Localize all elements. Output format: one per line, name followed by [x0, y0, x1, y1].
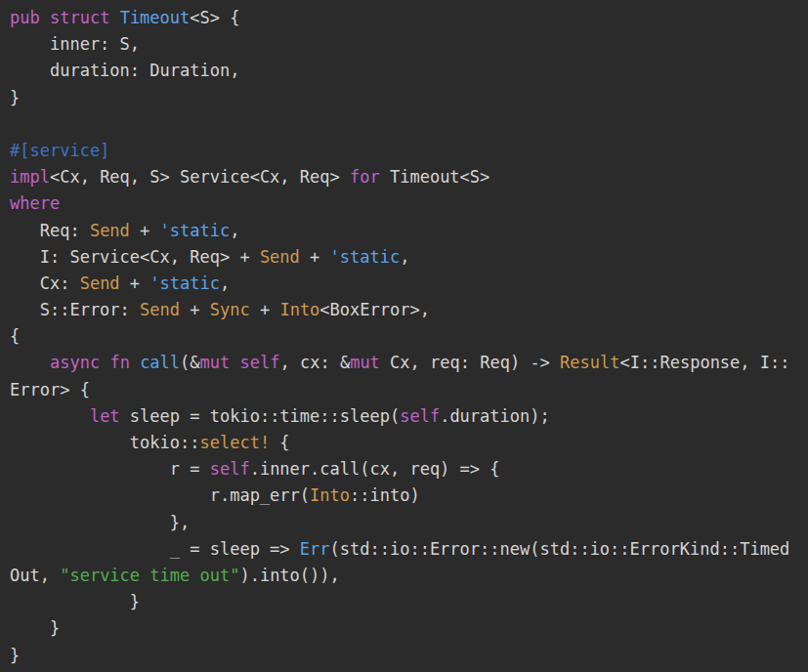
code-token-blue: 'static — [160, 221, 231, 240]
code-line — [10, 111, 808, 138]
code-token-str: "service time out" — [60, 566, 239, 585]
code-token-kw: struct — [50, 8, 109, 27]
code-token-kw: mut — [200, 353, 231, 372]
code-token-plain: Cx, req: Req) -> — [380, 353, 560, 372]
code-line: } — [10, 615, 808, 642]
code-line: { — [10, 323, 808, 350]
code-token-plain: + — [130, 221, 160, 240]
code-token-plain: ::into) — [350, 485, 420, 505]
code-token-gold: Send — [80, 273, 120, 293]
code-line: impl<Cx, Req, S> Service<Cx, Req> for Ti… — [10, 164, 808, 190]
code-token-plain — [100, 353, 109, 372]
code-line: _ = sleep => Err(std::io::Error::new(std… — [10, 536, 808, 563]
code-line: Error> { — [10, 377, 808, 403]
code-token-gold: Send — [140, 300, 180, 319]
code-token-plain: <BoxError>, — [319, 300, 430, 319]
code-line: } — [10, 589, 808, 615]
code-token-plain: r.map_err( — [10, 485, 310, 505]
code-line: Cx: Send + 'static, — [10, 271, 808, 297]
code-line: } — [10, 643, 808, 669]
code-token-kw: pub — [10, 8, 40, 27]
code-line: pub struct Timeout<S> { — [10, 5, 808, 31]
code-token-plain: } — [10, 646, 20, 665]
code-token-kw: fn — [109, 353, 129, 372]
code-token-plain: .inner.call(cx, req) => { — [250, 459, 500, 479]
code-line: }, — [10, 510, 808, 536]
code-line: inner: S, — [10, 31, 808, 58]
code-token-plain: } — [10, 592, 140, 611]
code-token-plain — [40, 8, 50, 27]
code-token-plain: inner: S, — [10, 34, 140, 54]
code-token-kw: self — [210, 459, 250, 479]
code-token-plain: , — [230, 221, 239, 240]
code-token-plain: .duration); — [440, 406, 550, 426]
code-token-attr: #[service] — [10, 141, 109, 160]
code-token-plain — [230, 353, 239, 372]
code-token-plain: Timeout<S> — [380, 167, 490, 187]
code-token-gold: Send — [90, 221, 130, 240]
code-token-plain: (std::io::Error::new(std::io::ErrorKind:… — [330, 539, 790, 559]
code-token-plain: tokio:: — [10, 433, 199, 452]
code-token-kw: self — [240, 353, 280, 372]
code-token-kw: for — [350, 167, 380, 187]
code-token-kw: self — [400, 406, 440, 426]
code-token-gold: select! — [199, 433, 270, 452]
code-token-blue: Timeout — [120, 8, 191, 27]
code-token-plain — [10, 353, 50, 372]
code-token-plain: + — [300, 247, 330, 267]
code-line: r.map_err(Into::into) — [10, 483, 808, 509]
code-block: pub struct Timeout<S> { inner: S, durati… — [0, 0, 808, 672]
code-token-plain: r = — [10, 459, 210, 479]
code-token-plain: { — [270, 433, 289, 452]
code-line: let sleep = tokio::time::sleep(self.dura… — [10, 403, 808, 430]
code-token-plain: { — [10, 326, 20, 346]
code-token-plain: , cx: & — [279, 353, 350, 372]
code-token-plain: + — [180, 300, 210, 319]
code-token-plain: S::Error: — [10, 300, 140, 319]
code-token-plain: <Cx, Req, S> Service<Cx, Req> — [50, 167, 350, 187]
code-token-plain: } — [10, 618, 60, 638]
code-token-kw: let — [90, 406, 120, 426]
code-line: Out, "service time out").into()), — [10, 563, 808, 589]
code-line: async fn call(&mut self, cx: &mut Cx, re… — [10, 350, 808, 376]
code-token-plain: Out, — [10, 566, 60, 585]
code-token-blue: call — [140, 353, 180, 372]
code-token-plain: Cx: — [10, 273, 80, 293]
code-line: I: Service<Cx, Req> + Send + 'static, — [10, 244, 808, 271]
code-token-plain: , — [400, 247, 409, 267]
code-token-plain — [109, 8, 119, 27]
code-line: duration: Duration, — [10, 58, 808, 84]
code-token-gold: Sync — [210, 300, 250, 319]
code-token-kw: where — [10, 193, 60, 213]
code-token-plain: ).into()), — [239, 566, 339, 585]
code-token-gold: Into — [310, 485, 350, 505]
code-token-plain: , — [220, 273, 230, 293]
code-token-plain: <S> { — [190, 8, 239, 27]
code-token-plain: <I::Response, I:: — [620, 353, 790, 372]
code-token-gold: Into — [279, 300, 319, 319]
code-token-gold: Result — [560, 353, 619, 372]
code-line: } — [10, 85, 808, 111]
code-token-plain: (& — [180, 353, 199, 372]
code-line: r = self.inner.call(cx, req) => { — [10, 456, 808, 483]
code-token-blue: 'static — [330, 247, 401, 267]
code-token-plain: duration: Duration, — [10, 61, 239, 80]
code-line: where — [10, 190, 808, 217]
code-token-gold: Send — [260, 247, 300, 267]
code-token-plain: I: Service<Cx, Req> + — [10, 247, 260, 267]
code-line: Req: Send + 'static, — [10, 218, 808, 244]
code-line: tokio::select! { — [10, 430, 808, 456]
code-token-kw: impl — [10, 167, 50, 187]
code-token-plain: Error> { — [10, 380, 90, 399]
code-token-kw: mut — [350, 353, 380, 372]
code-token-plain: Req: — [10, 221, 90, 240]
code-token-plain: + — [250, 300, 280, 319]
code-token-plain — [10, 406, 90, 426]
code-line: S::Error: Send + Sync + Into<BoxError>, — [10, 297, 808, 323]
code-token-plain: }, — [10, 513, 190, 532]
code-token-plain — [130, 353, 140, 372]
code-token-blue: 'static — [149, 273, 220, 293]
code-token-plain: sleep = tokio::time::sleep( — [120, 406, 401, 426]
code-token-kw: async — [50, 353, 100, 372]
code-token-plain: } — [10, 88, 20, 107]
